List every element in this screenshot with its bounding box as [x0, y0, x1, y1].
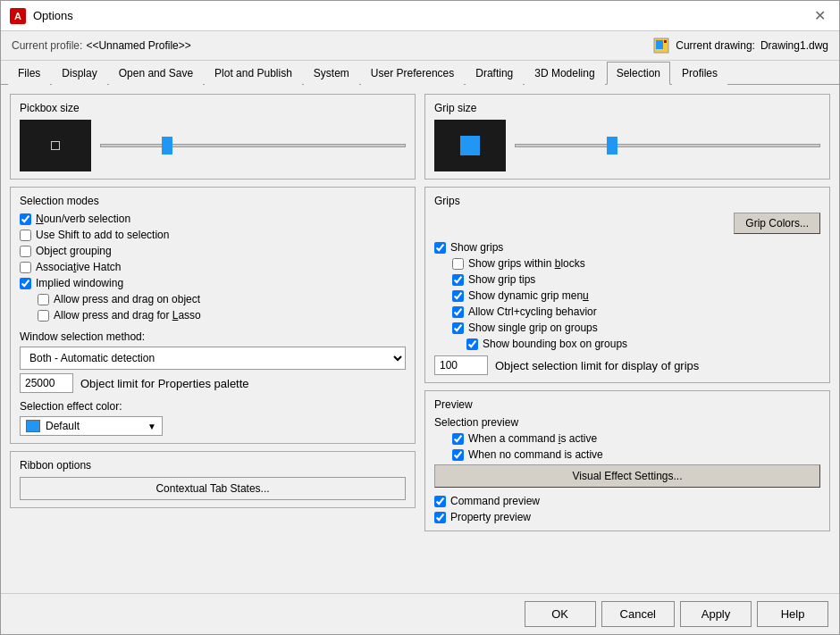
tab-profiles[interactable]: Profiles	[672, 62, 727, 85]
show-dynamic-grip-checkbox[interactable]	[452, 290, 464, 302]
pickbox-slider-track	[100, 144, 406, 147]
pickbox-slider-track-wrapper	[100, 144, 406, 147]
tab-display[interactable]: Display	[52, 62, 106, 85]
object-limit-input[interactable]	[20, 373, 73, 393]
show-bounding-box-label[interactable]: Show bounding box on groups	[483, 338, 627, 350]
obj-selection-limit-input[interactable]	[434, 355, 488, 375]
window-method-section: Window selection method: Both - Automati…	[20, 330, 406, 370]
tab-user-pref[interactable]: User Preferences	[361, 62, 464, 85]
allow-ctrl-cycling-label[interactable]: Allow Ctrl+cycling behavior	[468, 305, 597, 318]
allow-press-lasso-checkbox[interactable]	[38, 310, 49, 322]
grip-size-indicator	[460, 136, 480, 155]
title-bar: A Options ✕	[1, 1, 839, 31]
object-limit-label: Object limit for Properties palette	[80, 377, 249, 390]
cancel-button[interactable]: Cancel	[601, 601, 675, 627]
show-bounding-box-item: Show bounding box on groups	[466, 338, 820, 350]
when-command-active-item: When a command is active	[452, 432, 820, 445]
show-dynamic-grip-label[interactable]: Show dynamic grip menu	[468, 289, 589, 302]
grip-size-slider-thumb[interactable]	[607, 137, 617, 155]
selection-preview-label: Selection preview	[434, 416, 820, 429]
options-dialog: A Options ✕ Current profile: <<Unnamed P…	[0, 0, 840, 635]
tabs-bar: Files Display Open and Save Plot and Pub…	[1, 61, 839, 85]
tab-drafting[interactable]: Drafting	[466, 62, 523, 85]
preview-checkboxes: When a command is active When no command…	[434, 432, 820, 461]
grips-section: Grips Grip Colors... Show grips Show gri…	[424, 187, 830, 383]
tab-3d-modeling[interactable]: 3D Modeling	[525, 62, 604, 85]
implied-windowing-item: Implied windowing	[20, 277, 406, 289]
use-shift-checkbox[interactable]	[20, 230, 31, 241]
grip-size-preview	[434, 120, 506, 171]
command-preview-checkbox[interactable]	[434, 496, 446, 507]
visual-effect-settings-button[interactable]: Visual Effect Settings...	[434, 464, 820, 488]
pickbox-indicator	[51, 141, 60, 150]
noun-verb-checkbox[interactable]	[20, 213, 31, 225]
profile-value: <<Unnamed Profile>>	[86, 39, 190, 52]
show-grips-checkbox[interactable]	[434, 242, 446, 254]
grip-size-slider-container	[434, 120, 820, 171]
when-no-command-checkbox[interactable]	[452, 449, 464, 461]
show-grips-label[interactable]: Show grips	[450, 241, 503, 254]
apply-button[interactable]: Apply	[680, 601, 752, 627]
allow-press-drag-label[interactable]: Allow press and drag on object	[54, 293, 200, 305]
help-button[interactable]: Help	[757, 601, 828, 627]
show-bounding-box-checkbox[interactable]	[466, 338, 478, 350]
contextual-tab-states-button[interactable]: Contextual Tab States...	[20, 477, 406, 500]
when-command-active-label[interactable]: When a command is active	[468, 432, 597, 445]
implied-windowing-label[interactable]: Implied windowing	[36, 277, 123, 289]
grips-checkboxes: Show grips Show grips within blocks Show…	[434, 241, 820, 350]
preview-title: Preview	[434, 398, 820, 411]
when-no-command-label[interactable]: When no command is active	[468, 448, 603, 461]
implied-windowing-checkbox[interactable]	[20, 278, 31, 289]
pickbox-title: Pickbox size	[20, 102, 406, 114]
when-command-active-checkbox[interactable]	[452, 433, 464, 445]
content-area: Pickbox size Selection modes	[1, 85, 839, 593]
close-button[interactable]: ✕	[809, 5, 830, 27]
show-single-grip-item: Show single grip on groups	[452, 322, 820, 334]
show-grips-blocks-item: Show grips within blocks	[452, 257, 820, 270]
use-shift-label[interactable]: Use Shift to add to selection	[36, 229, 169, 241]
tab-selection[interactable]: Selection	[607, 62, 670, 85]
show-grip-tips-label[interactable]: Show grip tips	[468, 273, 535, 286]
show-grip-tips-item: Show grip tips	[452, 273, 820, 286]
show-single-grip-checkbox[interactable]	[452, 322, 464, 334]
selection-color-section: Selection effect color: Default ▼	[20, 400, 406, 436]
grips-title: Grips	[434, 195, 820, 207]
allow-press-drag-checkbox[interactable]	[38, 294, 49, 305]
tab-plot-publish[interactable]: Plot and Publish	[205, 62, 302, 85]
footer: OK Cancel Apply Help	[1, 593, 839, 634]
show-grip-tips-checkbox[interactable]	[452, 274, 464, 286]
obj-grouping-label[interactable]: Object grouping	[36, 245, 112, 257]
show-single-grip-label[interactable]: Show single grip on groups	[468, 322, 598, 334]
obj-grouping-item: Object grouping	[20, 245, 406, 257]
assoc-hatch-checkbox[interactable]	[20, 262, 31, 273]
color-dropdown[interactable]: Default ▼	[20, 416, 163, 436]
color-dropdown-arrow: ▼	[147, 422, 156, 431]
noun-verb-label[interactable]: Noun/verb selection	[36, 213, 130, 225]
show-grips-item: Show grips	[434, 241, 820, 254]
command-preview-label[interactable]: Command preview	[450, 495, 540, 507]
assoc-hatch-label[interactable]: Associative Hatch	[36, 261, 121, 273]
tab-system[interactable]: System	[304, 62, 359, 85]
pickbox-preview	[20, 120, 91, 171]
grip-colors-button[interactable]: Grip Colors...	[734, 213, 820, 234]
ribbon-section: Ribbon options Contextual Tab States...	[10, 451, 416, 508]
tab-files[interactable]: Files	[8, 62, 50, 85]
show-grips-blocks-checkbox[interactable]	[452, 258, 464, 270]
obj-grouping-checkbox[interactable]	[20, 246, 31, 257]
ribbon-title: Ribbon options	[20, 459, 406, 472]
show-grips-blocks-label[interactable]: Show grips within blocks	[468, 257, 585, 270]
tab-open-save[interactable]: Open and Save	[109, 62, 203, 85]
grip-size-slider-track	[515, 144, 820, 147]
grip-size-slider-track-wrapper	[515, 144, 820, 147]
profile-bar: Current profile: <<Unnamed Profile>> Cur…	[1, 31, 839, 61]
allow-ctrl-cycling-checkbox[interactable]	[452, 306, 464, 318]
allow-press-lasso-label[interactable]: Allow press and drag for Lasso	[54, 309, 201, 322]
property-preview-checkbox[interactable]	[434, 512, 446, 523]
ok-button[interactable]: OK	[525, 601, 596, 627]
assoc-hatch-item: Associative Hatch	[20, 261, 406, 273]
svg-rect-2	[664, 40, 667, 43]
property-preview-label[interactable]: Property preview	[450, 511, 531, 523]
window-method-select[interactable]: Both - Automatic detection Window first …	[20, 347, 406, 370]
pickbox-slider-thumb[interactable]	[162, 137, 172, 155]
command-preview-checkboxes: Command preview Property preview	[434, 495, 820, 523]
